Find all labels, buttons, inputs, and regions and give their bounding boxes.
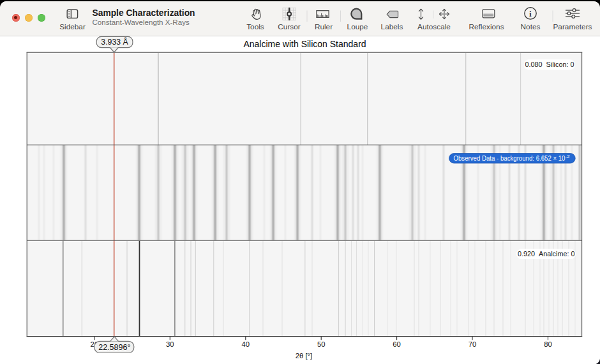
svg-text:Sidebar: Sidebar [59,22,86,31]
svg-text:0.080 Silicon: 0: 0.080 Silicon: 0 [525,61,574,68]
svg-text:Reflexions: Reflexions [469,22,504,31]
svg-text:i: i [529,9,532,18]
svg-text:22.5896°: 22.5896° [98,343,130,352]
svg-text:3.933 Å: 3.933 Å [101,37,128,47]
svg-text:Loupe: Loupe [347,22,368,31]
svg-text:Observed Data - background: 6.: Observed Data - background: 6.652 × 10 [454,154,566,162]
svg-text:-2: -2 [566,154,570,159]
svg-text:40: 40 [242,340,250,348]
svg-text:2θ [°]: 2θ [°] [296,352,313,360]
svg-text:60: 60 [393,340,401,348]
svg-text:50: 50 [317,340,326,348]
svg-text:Constant-Wavelength X-Rays: Constant-Wavelength X-Rays [93,18,190,26]
svg-text:0.920 Analcime: 0: 0.920 Analcime: 0 [518,250,574,258]
svg-text:Analcime with Silicon Standard: Analcime with Silicon Standard [243,39,366,49]
svg-text:30: 30 [166,340,174,348]
svg-text:Autoscale: Autoscale [417,22,451,31]
svg-text:Parameters: Parameters [553,22,592,31]
svg-text:Ruler: Ruler [315,22,333,31]
svg-text:Labels: Labels [381,22,403,31]
svg-text:80: 80 [544,340,552,348]
svg-text:Notes: Notes [521,22,541,31]
svg-text:Tools: Tools [246,22,264,31]
svg-text:70: 70 [469,340,477,348]
svg-text:Sample Characterization: Sample Characterization [93,8,195,18]
svg-text:Cursor: Cursor [278,22,300,31]
